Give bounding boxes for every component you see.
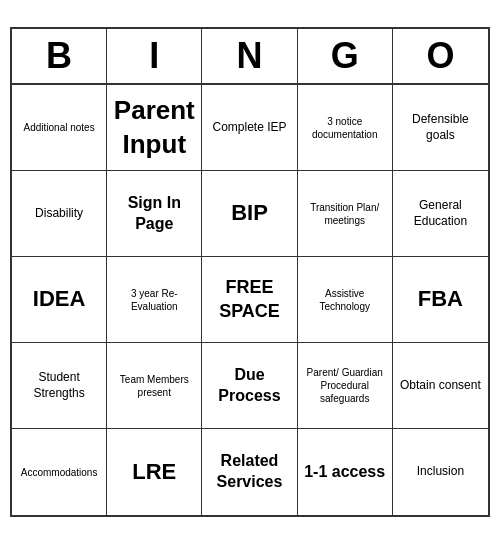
bingo-letter-g: G	[298, 29, 393, 83]
bingo-letter-n: N	[202, 29, 297, 83]
bingo-cell-14: FBA	[393, 257, 488, 343]
bingo-cell-8: Transition Plan/ meetings	[298, 171, 393, 257]
bingo-cell-16: Team Members present	[107, 343, 202, 429]
bingo-cell-9: General Education	[393, 171, 488, 257]
bingo-cell-22: Related Services	[202, 429, 297, 515]
bingo-cell-10: IDEA	[12, 257, 107, 343]
bingo-cell-18: Parent/ Guardian Procedural safeguards	[298, 343, 393, 429]
bingo-cell-11: 3 year Re-Evaluation	[107, 257, 202, 343]
bingo-cell-12: FREE SPACE	[202, 257, 297, 343]
bingo-cell-17: Due Process	[202, 343, 297, 429]
bingo-cell-21: LRE	[107, 429, 202, 515]
bingo-letter-o: O	[393, 29, 488, 83]
bingo-cell-2: Complete IEP	[202, 85, 297, 171]
bingo-cell-23: 1-1 access	[298, 429, 393, 515]
bingo-cell-13: Assistive Technology	[298, 257, 393, 343]
bingo-cell-0: Additional notes	[12, 85, 107, 171]
bingo-cell-19: Obtain consent	[393, 343, 488, 429]
bingo-letter-i: I	[107, 29, 202, 83]
bingo-cell-1: Parent Input	[107, 85, 202, 171]
bingo-cell-15: Student Strengths	[12, 343, 107, 429]
bingo-cell-3: 3 notice documentation	[298, 85, 393, 171]
bingo-cell-20: Accommodations	[12, 429, 107, 515]
bingo-cell-4: Defensible goals	[393, 85, 488, 171]
bingo-header: BINGO	[12, 29, 488, 85]
bingo-card: BINGO Additional notesParent InputComple…	[10, 27, 490, 517]
bingo-cell-5: Disability	[12, 171, 107, 257]
bingo-cell-6: Sign In Page	[107, 171, 202, 257]
bingo-cell-24: Inclusion	[393, 429, 488, 515]
bingo-cell-7: BIP	[202, 171, 297, 257]
bingo-grid: Additional notesParent InputComplete IEP…	[12, 85, 488, 515]
bingo-letter-b: B	[12, 29, 107, 83]
